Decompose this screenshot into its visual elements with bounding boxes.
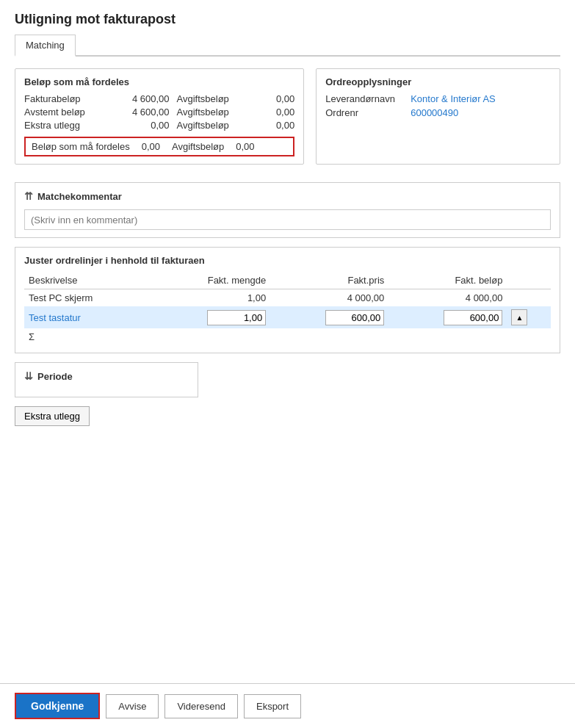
match-comment-section: ⇈ Matchekommentar — [15, 182, 560, 238]
avstemt-value: 4 600,00 — [112, 107, 170, 118]
order-table: Beskrivelse Fakt. mengde Fakt.pris Fakt.… — [24, 272, 551, 345]
qty-input[interactable] — [207, 310, 266, 325]
vendor-value[interactable]: Kontor & Interiør AS — [411, 93, 496, 104]
tab-matching[interactable]: Matching — [15, 35, 76, 57]
order-row: Ordrenr 600000490 — [325, 107, 551, 118]
order-label: Ordrenr — [325, 107, 406, 118]
amount-input[interactable] — [444, 310, 502, 325]
col-action — [507, 272, 551, 289]
vendor-row: Leverandørnavn Kontor & Interiør AS — [325, 93, 551, 104]
row1-qty: 1,00 — [152, 289, 270, 307]
top-panels: Beløp som må fordeles Fakturabeløp 4 600… — [15, 68, 560, 173]
highlight-tax-label: Avgiftsbeløp — [172, 141, 224, 152]
periode-title: Periode — [37, 371, 73, 382]
faktura-label: Fakturabeløp — [24, 93, 105, 104]
amounts-section: Beløp som må fordeles Fakturabeløp 4 600… — [15, 68, 304, 165]
row2-up-btn[interactable]: ▲ — [507, 306, 551, 328]
ekstra-value: 0,00 — [112, 120, 170, 131]
row2-amount[interactable] — [388, 306, 507, 328]
vendor-label: Leverandørnavn — [325, 93, 406, 104]
comment-input[interactable] — [24, 209, 551, 230]
order-info-title: Ordreopplysninger — [325, 76, 551, 87]
order-value[interactable]: 600000490 — [411, 107, 458, 118]
highlight-label: Beløp som må fordeles — [32, 141, 130, 152]
forward-button[interactable]: Videresend — [164, 694, 238, 718]
order-info-section: Ordreopplysninger Leverandørnavn Kontor … — [316, 68, 560, 165]
col-beskrivelse: Beskrivelse — [24, 272, 152, 289]
price-input[interactable] — [325, 310, 384, 325]
table-row[interactable]: Test tastatur ▲ — [24, 306, 551, 328]
up-button[interactable]: ▲ — [511, 309, 527, 325]
row1-amount: 4 000,00 — [388, 289, 507, 307]
row2-desc: Test tastatur — [24, 306, 152, 328]
avstemt-tax-label: Avgiftsbeløp — [177, 107, 249, 118]
sigma-row: Σ — [24, 328, 551, 345]
ekstra-tax-value: 0,00 — [256, 120, 294, 131]
periode-collapse-icon[interactable]: ⇊ — [24, 370, 33, 382]
reject-button[interactable]: Avvise — [106, 694, 159, 718]
highlight-tax-value: 0,00 — [236, 141, 254, 152]
faktura-value: 4 600,00 — [112, 93, 170, 104]
periode-header: ⇊ Periode — [24, 370, 189, 382]
sigma-symbol: Σ — [24, 328, 152, 345]
row2-price[interactable] — [270, 306, 388, 328]
page-title: Utligning mot fakturapost — [15, 12, 560, 27]
highlight-row: Beløp som må fordeles 0,00 Avgiftsbeløp … — [24, 137, 294, 156]
highlight-value: 0,00 — [142, 141, 160, 152]
bottom-bar: Godkjenne Avvise Videresend Eksport — [0, 683, 575, 728]
table-header-row: Beskrivelse Fakt. mengde Fakt.pris Fakt.… — [24, 272, 551, 289]
export-button[interactable]: Eksport — [244, 694, 301, 718]
order-lines-section: Juster ordrelinjer i henhold til faktura… — [15, 247, 560, 353]
order-lines-title: Juster ordrelinjer i henhold til faktura… — [24, 255, 551, 266]
col-fakt-pris: Fakt.pris — [270, 272, 388, 289]
match-comment-title: Matchekommentar — [37, 191, 122, 202]
table-row[interactable]: Test PC skjerm 1,00 4 000,00 4 000,00 — [24, 289, 551, 307]
ekstra-utlegg-button[interactable]: Ekstra utlegg — [15, 406, 90, 426]
avstemt-tax-value: 0,00 — [256, 107, 294, 118]
avstemt-label: Avstemt beløp — [24, 107, 105, 118]
row2-qty[interactable] — [152, 306, 270, 328]
faktura-tax-value: 0,00 — [256, 93, 294, 104]
row1-action — [507, 289, 551, 307]
row1-desc: Test PC skjerm — [24, 289, 152, 307]
ekstra-tax-label: Avgiftsbeløp — [177, 120, 249, 131]
faktura-tax-label: Avgiftsbeløp — [177, 93, 249, 104]
amounts-grid: Fakturabeløp 4 600,00 Avgiftsbeløp 0,00 … — [24, 93, 294, 131]
col-fakt-mengde: Fakt. mengde — [152, 272, 270, 289]
approve-button[interactable]: Godkjenne — [15, 693, 100, 719]
col-fakt-belop: Fakt. beløp — [388, 272, 507, 289]
periode-section: ⇊ Periode — [15, 362, 198, 397]
match-comment-header: ⇈ Matchekommentar — [24, 190, 551, 202]
collapse-icon[interactable]: ⇈ — [24, 190, 33, 202]
ekstra-label: Ekstra utlegg — [24, 120, 105, 131]
row1-price: 4 000,00 — [270, 289, 388, 307]
tab-bar: Matching — [15, 35, 560, 57]
amounts-title: Beløp som må fordeles — [24, 76, 294, 87]
